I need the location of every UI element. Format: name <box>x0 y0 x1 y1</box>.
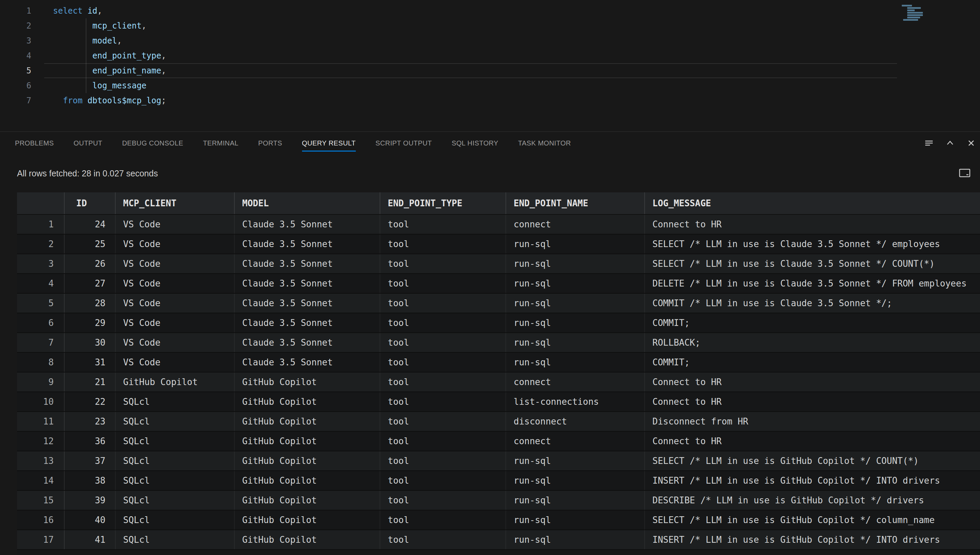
cell-end-point-type[interactable]: tool <box>380 471 506 490</box>
cell-end-point-type[interactable]: tool <box>380 333 506 352</box>
code-line-5[interactable]: 5 end_point_name, <box>0 63 980 78</box>
cell-end-point-name[interactable]: run-sql <box>506 234 645 253</box>
cell-model[interactable]: Claude 3.5 Sonnet <box>235 234 380 253</box>
column-header-log-message[interactable]: LOG_MESSAGE <box>645 192 980 214</box>
code-line-6[interactable]: 6 log_message <box>0 78 980 93</box>
cell-end-point-name[interactable]: list-connections <box>506 392 645 411</box>
cell-log-message[interactable]: SELECT /* LLM in use is GitHub Copilot *… <box>645 451 980 470</box>
cell-log-message[interactable]: ROLLBACK; <box>645 333 980 352</box>
cell-end-point-name[interactable]: connect <box>506 215 645 234</box>
cell-end-point-type[interactable]: tool <box>380 254 506 273</box>
code-line-1[interactable]: 1select id, <box>0 3 980 18</box>
cell-model[interactable]: Claude 3.5 Sonnet <box>235 294 380 313</box>
tab-problems[interactable]: PROBLEMS <box>15 132 54 154</box>
cell-log-message[interactable]: SELECT /* LLM in use is Claude 3.5 Sonne… <box>645 254 980 273</box>
cell-log-message[interactable]: COMMIT; <box>645 313 980 332</box>
cell-row-number[interactable]: 10 <box>17 392 64 411</box>
table-row[interactable]: 1337SQLclGitHub Copilottoolrun-sqlSELECT… <box>17 451 980 471</box>
column-header-end-point-name[interactable]: END_POINT_NAME <box>506 192 645 214</box>
cell-model[interactable]: GitHub Copilot <box>235 491 380 510</box>
cell-end-point-type[interactable]: tool <box>380 234 506 253</box>
cell-row-number[interactable]: 13 <box>17 451 64 470</box>
cell-row-number[interactable]: 4 <box>17 274 64 293</box>
cell-log-message[interactable]: SELECT /* LLM in use is GitHub Copilot *… <box>645 510 980 529</box>
tab-sql-history[interactable]: SQL HISTORY <box>452 132 498 154</box>
cell-mcp-client[interactable]: SQLcl <box>116 510 235 529</box>
cell-id[interactable]: 26 <box>64 254 116 273</box>
cell-end-point-name[interactable]: run-sql <box>506 333 645 352</box>
cell-id[interactable]: 27 <box>64 274 116 293</box>
table-row[interactable]: 629VS CodeClaude 3.5 Sonnettoolrun-sqlCO… <box>17 313 980 333</box>
cell-id[interactable]: 41 <box>64 530 116 549</box>
line-number[interactable]: 6 <box>0 78 31 93</box>
cell-end-point-type[interactable]: tool <box>380 510 506 529</box>
cell-log-message[interactable]: Connect to HR <box>645 372 980 391</box>
cell-row-number[interactable]: 16 <box>17 510 64 529</box>
cell-mcp-client[interactable]: SQLcl <box>116 491 235 510</box>
cell-end-point-name[interactable]: run-sql <box>506 274 645 293</box>
cell-id[interactable]: 28 <box>64 294 116 313</box>
cell-model[interactable]: Claude 3.5 Sonnet <box>235 353 380 372</box>
cell-end-point-name[interactable]: connect <box>506 372 645 391</box>
cell-id[interactable]: 24 <box>64 215 116 234</box>
cell-end-point-type[interactable]: tool <box>380 431 506 451</box>
cell-end-point-name[interactable]: run-sql <box>506 451 645 470</box>
cell-log-message[interactable]: DESCRIBE /* LLM in use is GitHub Copilot… <box>645 491 980 510</box>
tab-ports[interactable]: PORTS <box>258 132 282 154</box>
cell-model[interactable]: GitHub Copilot <box>235 510 380 529</box>
cell-end-point-type[interactable]: tool <box>380 451 506 470</box>
cell-mcp-client[interactable]: VS Code <box>116 254 235 273</box>
cell-id[interactable]: 21 <box>64 372 116 391</box>
cell-mcp-client[interactable]: GitHub Copilot <box>116 372 235 391</box>
line-number[interactable]: 2 <box>0 18 31 33</box>
line-number[interactable]: 3 <box>0 33 31 48</box>
open-result-window-icon[interactable] <box>958 167 971 180</box>
cell-end-point-type[interactable]: tool <box>380 372 506 391</box>
cell-end-point-type[interactable]: tool <box>380 392 506 411</box>
cell-id[interactable]: 23 <box>64 412 116 431</box>
table-row[interactable]: 427VS CodeClaude 3.5 Sonnettoolrun-sqlDE… <box>17 274 980 294</box>
cell-log-message[interactable]: INSERT /* LLM in use is GitHub Copilot *… <box>645 471 980 490</box>
cell-id[interactable]: 40 <box>64 510 116 529</box>
cell-model[interactable]: GitHub Copilot <box>235 372 380 391</box>
cell-end-point-type[interactable]: tool <box>380 530 506 549</box>
code-line-4[interactable]: 4 end_point_type, <box>0 48 980 63</box>
cell-mcp-client[interactable]: VS Code <box>116 274 235 293</box>
table-row[interactable]: 1539SQLclGitHub Copilottoolrun-sqlDESCRI… <box>17 491 980 510</box>
cell-id[interactable]: 31 <box>64 353 116 372</box>
cell-end-point-name[interactable]: run-sql <box>506 491 645 510</box>
cell-row-number[interactable]: 7 <box>17 333 64 352</box>
cell-id[interactable]: 25 <box>64 234 116 253</box>
cell-model[interactable]: GitHub Copilot <box>235 412 380 431</box>
cell-row-number[interactable]: 11 <box>17 412 64 431</box>
table-row[interactable]: 1022SQLclGitHub Copilottoollist-connecti… <box>17 392 980 412</box>
cell-log-message[interactable]: Connect to HR <box>645 431 980 451</box>
cell-mcp-client[interactable]: SQLcl <box>116 431 235 451</box>
cell-mcp-client[interactable]: VS Code <box>116 215 235 234</box>
table-row[interactable]: 326VS CodeClaude 3.5 Sonnettoolrun-sqlSE… <box>17 254 980 274</box>
cell-log-message[interactable]: Connect to HR <box>645 215 980 234</box>
cell-id[interactable]: 22 <box>64 392 116 411</box>
cell-mcp-client[interactable]: SQLcl <box>116 471 235 490</box>
cell-id[interactable]: 36 <box>64 431 116 451</box>
cell-row-number[interactable]: 5 <box>17 294 64 313</box>
cell-mcp-client[interactable]: SQLcl <box>116 530 235 549</box>
cell-id[interactable]: 29 <box>64 313 116 332</box>
cell-log-message[interactable]: Connect to HR <box>645 392 980 411</box>
line-number[interactable]: 7 <box>0 93 31 108</box>
tab-query-result[interactable]: QUERY RESULT <box>302 132 356 154</box>
cell-log-message[interactable]: COMMIT /* LLM in use is Claude 3.5 Sonne… <box>645 294 980 313</box>
cell-id[interactable]: 39 <box>64 491 116 510</box>
minimap[interactable] <box>897 0 980 131</box>
cell-id[interactable]: 38 <box>64 471 116 490</box>
cell-row-number[interactable]: 12 <box>17 431 64 451</box>
cell-mcp-client[interactable]: VS Code <box>116 313 235 332</box>
cell-row-number[interactable]: 2 <box>17 234 64 253</box>
column-header-id[interactable]: ID <box>64 192 116 214</box>
cell-id[interactable]: 37 <box>64 451 116 470</box>
cell-model[interactable]: Claude 3.5 Sonnet <box>235 333 380 352</box>
cell-model[interactable]: GitHub Copilot <box>235 392 380 411</box>
cell-mcp-client[interactable]: VS Code <box>116 353 235 372</box>
code-line-2[interactable]: 2 mcp_client, <box>0 18 980 33</box>
tab-script-output[interactable]: SCRIPT OUTPUT <box>375 132 432 154</box>
